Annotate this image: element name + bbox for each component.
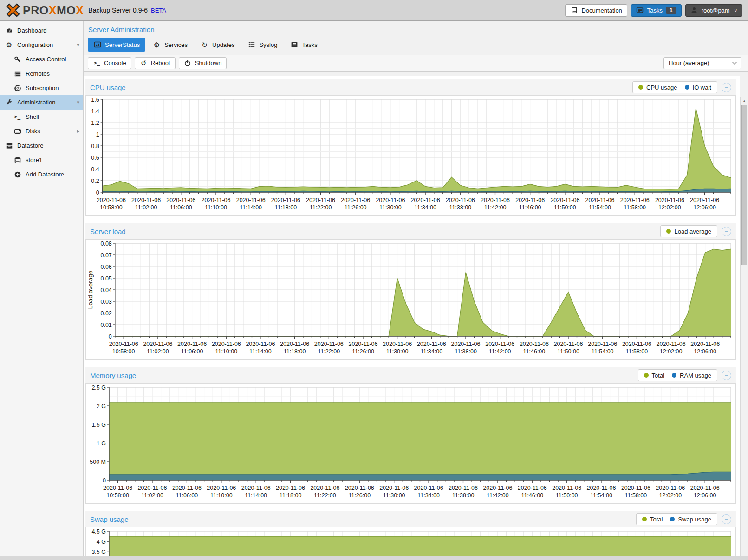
subscription-icon [13,84,21,92]
sidebar-item-shell[interactable]: >_Shell [0,110,83,124]
sidebar-item-datastore[interactable]: Datastore [0,138,83,153]
scrollbar-thumb[interactable] [741,105,747,265]
sidebar-item-access-control[interactable]: Access Control [0,52,83,66]
sidebar-item-remotes[interactable]: Remotes [0,66,83,81]
svg-text:2020-11-06: 2020-11-06 [485,341,514,347]
svg-text:2020-11-06: 2020-11-06 [310,485,339,491]
sidebar-item-subscription[interactable]: Subscription [0,81,83,95]
tasks-count-badge: 1 [666,7,676,14]
svg-text:0.8: 0.8 [91,143,99,150]
svg-text:2020-11-06: 2020-11-06 [376,197,405,203]
svg-text:2020-11-06: 2020-11-06 [481,197,510,203]
sidebar-item-configuration[interactable]: ⚙Configuration▾ [0,38,83,52]
tasks-button[interactable]: Tasks 1 [631,4,682,17]
collapse-panel-button[interactable]: − [722,371,731,380]
svg-text:2020-11-06: 2020-11-06 [483,485,512,491]
chart-server-load: 00.010.020.030.040.050.060.070.082020-11… [85,239,736,360]
svg-text:2020-11-06: 2020-11-06 [246,341,275,347]
proxmox-logo: PROXMOX [6,3,84,18]
content-panels: CPU usageCPU usageIO wait−00.20.40.60.81… [84,76,740,560]
svg-text:2020-11-06: 2020-11-06 [552,485,581,491]
tab-updates[interactable]: ↻Updates [195,38,240,52]
legend-dot [638,85,643,90]
svg-text:2020-11-06: 2020-11-06 [131,197,161,203]
svg-text:2020-11-06: 2020-11-06 [414,485,443,491]
svg-text:1.5 G: 1.5 G [91,422,106,428]
svg-text:2020-11-06: 2020-11-06 [341,197,370,203]
sidebar-item-dashboard[interactable]: Dashboard [0,23,83,38]
svg-text:2020-11-06: 2020-11-06 [306,197,335,203]
chevron-right-icon[interactable]: ▸ [77,128,79,134]
chart-icon [93,41,101,49]
sidebar-item-store1[interactable]: store1 [0,153,83,167]
chevron-down-icon[interactable]: ▾ [77,99,79,105]
sidebar-item-administration[interactable]: Administration▾ [0,95,83,110]
scrollbar-up-arrow[interactable]: ▲ [741,97,748,104]
brand-name: PROXMOX [23,5,84,16]
sidebar-item-label: Remotes [26,70,50,77]
svg-text:11:34:00: 11:34:00 [417,492,440,499]
user-menu-button[interactable]: root@pam ∨ [685,4,742,17]
tab-services[interactable]: ⚙Services [147,38,193,52]
tasks-label: Tasks [647,7,663,14]
sidebar-item-label: Add Datastore [26,171,64,178]
collapse-panel-button[interactable]: − [722,514,731,524]
svg-text:2020-11-06: 2020-11-06 [236,197,266,203]
svg-text:2020-11-06: 2020-11-06 [201,197,230,203]
legend-label: Total [652,372,664,379]
collapse-panel-button[interactable]: − [722,227,731,236]
svg-text:11:18:00: 11:18:00 [280,492,302,499]
svg-text:1: 1 [96,131,99,138]
chevron-down-icon[interactable]: ▾ [77,42,79,48]
svg-text:11:38:00: 11:38:00 [455,348,477,355]
svg-text:2020-11-06: 2020-11-06 [518,485,547,491]
collapse-panel-button[interactable]: − [722,83,731,92]
panel-server-load: Server loadLoad average−00.010.020.030.0… [85,223,736,360]
app-header: PROXMOX Backup Server 0.9-6 BETA Documen… [0,0,748,21]
vertical-scrollbar[interactable]: ▲ [740,97,748,556]
reboot-button[interactable]: ↺Reboot [135,57,176,69]
sidebar-item-add-datastore[interactable]: Add Datastore [0,167,83,182]
add-icon [13,170,21,178]
page-title: Server Administration [84,21,748,36]
svg-text:2020-11-06: 2020-11-06 [520,341,549,347]
svg-text:11:38:00: 11:38:00 [449,204,471,211]
svg-text:0.01: 0.01 [100,322,111,328]
svg-text:11:02:00: 11:02:00 [135,204,157,211]
legend-item-load-average[interactable]: Load average [666,228,711,235]
updates-icon: ↻ [201,41,208,49]
tasks-icon [636,7,644,14]
tab-tasks[interactable]: Tasks [285,38,323,52]
chevron-down-icon [732,59,737,66]
beta-link[interactable]: BETA [151,7,166,14]
legend-item-total[interactable]: Total [642,516,663,523]
tab-syslog[interactable]: Syslog [242,38,283,52]
tab-serverstatus[interactable]: ServerStatus [88,38,145,52]
documentation-button[interactable]: Documentation [565,4,627,17]
legend-item-io-wait[interactable]: IO wait [685,84,711,91]
proxmox-logo-icon [6,3,20,18]
svg-text:10:58:00: 10:58:00 [106,492,129,499]
legend-item-swap-usage[interactable]: Swap usage [670,516,711,523]
key-icon [13,55,21,63]
documentation-label: Documentation [581,7,622,14]
sidebar-item-label: Subscription [26,85,59,91]
button-label: Console [104,59,126,66]
svg-text:2020-11-06: 2020-11-06 [280,341,309,347]
svg-text:11:46:00: 11:46:00 [521,492,543,499]
svg-text:0.04: 0.04 [100,287,111,293]
button-label: Shutdown [195,59,222,66]
time-range-select[interactable]: Hour (average) [663,57,741,69]
legend-item-ram-usage[interactable]: RAM usage [672,372,711,379]
svg-text:11:30:00: 11:30:00 [386,348,409,355]
window-bottom-edge [0,556,748,560]
legend-item-total[interactable]: Total [644,372,664,379]
svg-text:1.6: 1.6 [91,97,99,103]
svg-text:11:06:00: 11:06:00 [170,204,192,211]
sidebar: Dashboard⚙Configuration▾Access ControlRe… [0,21,84,560]
svg-text:11:54:00: 11:54:00 [590,492,612,499]
legend-item-cpu-usage[interactable]: CPU usage [638,84,677,91]
shutdown-button[interactable]: Shutdown [179,57,227,69]
console-button[interactable]: >_Console [88,57,131,69]
sidebar-item-disks[interactable]: Disks▸ [0,124,83,138]
